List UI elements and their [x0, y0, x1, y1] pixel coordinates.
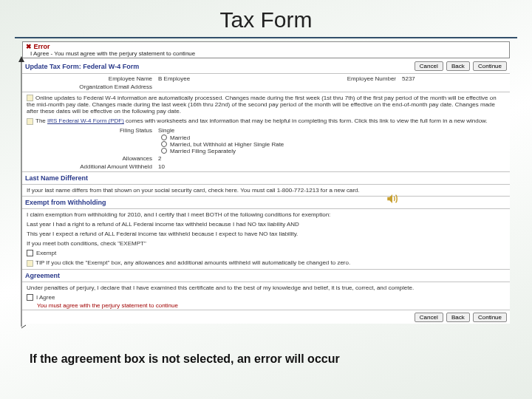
pdf-note: The IRS Federal W-4 Form (PDF) comes wit… [22, 116, 510, 126]
radio-married-higher[interactable] [161, 141, 167, 147]
irs-pdf-link[interactable]: IRS Federal W-4 Form (PDF) [47, 117, 124, 124]
exempt-line3: This year I expect a refund of ALL Feder… [22, 229, 510, 239]
exempt-checkbox-label: Exempt [36, 250, 56, 256]
employee-number-value: 5237 [402, 75, 507, 82]
employee-number-label: Employee Number [269, 75, 402, 82]
additional-label: Additional Amount Withheld [25, 163, 158, 170]
footer-continue-button[interactable]: Continue [473, 313, 507, 322]
footer-back-button[interactable]: Back [446, 313, 470, 322]
note-icon [27, 118, 33, 125]
continue-button[interactable]: Continue [473, 61, 507, 71]
form-title: Update Tax Form: Federal W-4 Form [25, 63, 139, 70]
header-buttons: Cancel Back Continue [413, 61, 507, 71]
slide-title: Tax Form [15, 0, 517, 38]
exempt-line2: Last year I had a right to a refund of A… [22, 219, 510, 229]
lastname-text: If your last name differs from that show… [22, 185, 510, 195]
agreement-section-title: Agreement [22, 270, 510, 281]
error-banner: ✖ Error I Agree - You must agree with th… [22, 41, 510, 58]
back-button[interactable]: Back [446, 61, 470, 71]
lastname-section-title: Last Name Different [22, 173, 510, 183]
error-icon: ✖ [26, 43, 32, 50]
agreement-text: Under penalties of perjury, I declare th… [22, 283, 510, 293]
agree-checkbox[interactable] [27, 294, 33, 301]
error-message: I Agree - You must agree with the perjur… [26, 50, 506, 57]
exempt-section-title: Exempt from Withholding [22, 197, 510, 208]
error-label: Error [34, 43, 50, 50]
footer-buttons: Cancel Back Continue [22, 311, 510, 324]
exempt-tip: TIP If you click the "Exempt" box, any a… [22, 258, 510, 267]
agree-warning: You must agree with the perjury statemen… [22, 302, 510, 309]
employee-name-value: B Employee [158, 75, 263, 82]
exempt-line1: I claim exemption from withholding for 2… [22, 210, 510, 219]
slide-caption: If the agreement box is not selected, an… [30, 352, 340, 366]
note-icon [27, 95, 33, 101]
radio-married-sep[interactable] [161, 148, 167, 154]
radio-married[interactable] [161, 134, 167, 140]
additional-value: 10 [158, 163, 507, 170]
allowances-value: 2 [158, 155, 507, 162]
form-container: ✖ Error I Agree - You must agree with th… [22, 41, 510, 324]
processing-note: Online updates to Federal W-4 informatio… [22, 93, 510, 116]
allowances-label: Allowances [25, 155, 158, 162]
employee-name-label: Employee Name [25, 75, 158, 82]
tip-icon [27, 260, 33, 267]
speaker-icon [386, 192, 399, 205]
cancel-button[interactable]: Cancel [415, 61, 443, 71]
exempt-checkbox[interactable] [27, 250, 33, 256]
filing-status-label: Filing Status [25, 127, 158, 134]
footer-cancel-button[interactable]: Cancel [415, 313, 443, 322]
exempt-line4: If you meet both conditions, check "EXEM… [22, 239, 510, 248]
agree-checkbox-label: I Agree [36, 294, 55, 301]
org-email-label: Organization Email Address [25, 83, 158, 90]
